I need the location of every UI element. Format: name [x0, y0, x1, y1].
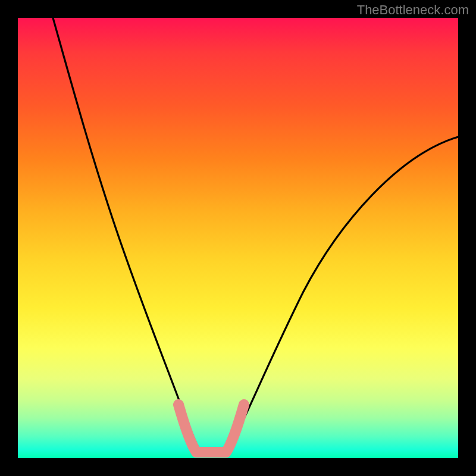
- bottleneck-curve: [53, 18, 458, 455]
- chart-svg: [18, 18, 458, 458]
- optimal-range-marker: [178, 405, 244, 452]
- watermark-text: TheBottleneck.com: [357, 2, 469, 18]
- chart-plot-area: [18, 18, 458, 458]
